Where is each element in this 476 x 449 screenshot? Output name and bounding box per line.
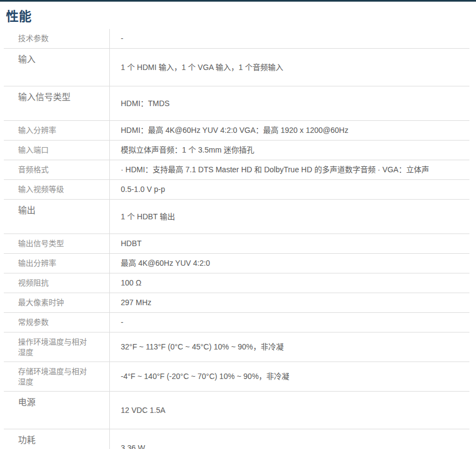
spec-row-value: 3.36 W — [110, 429, 469, 449]
spec-row-label: 最大像素时钟 — [4, 293, 110, 312]
spec-row-label: 输入分辨率 — [4, 121, 110, 140]
spec-row-label: 输入视频等级 — [4, 180, 110, 199]
spec-row-value: 模拟立体声音频：1 个 3.5mm 迷你插孔 — [110, 141, 469, 160]
spec-row: 最大像素时钟297 MHz — [4, 293, 469, 313]
spec-row-value: HDBT — [110, 234, 469, 253]
spec-row-value: - — [110, 313, 469, 332]
spec-row-label: 技术参数 — [4, 29, 110, 48]
spec-row: 操作环境温度与相对湿度32°F ~ 113°F (0°C ~ 45°C) 10%… — [4, 333, 469, 362]
spec-table: 技术参数-输入1 个 HDMI 输入，1 个 VGA 输入，1 个音频输入输入信… — [4, 29, 469, 449]
spec-row-label: 输入信号类型 — [4, 86, 110, 120]
spec-row-label: 输入端口 — [4, 141, 110, 160]
spec-row: 输出信号类型HDBT — [4, 234, 469, 254]
spec-row: 输入视频等级0.5-1.0 V p-p — [4, 180, 469, 200]
spec-row-value: 297 MHz — [110, 293, 469, 312]
spec-row: 常规参数- — [4, 313, 469, 333]
spec-row: 输入分辨率HDMI：最高 4K@60Hz YUV 4:2:0 VGA：最高 19… — [4, 121, 469, 141]
spec-row-value: 100 Ω — [110, 273, 469, 293]
spec-row: 功耗3.36 W — [4, 429, 469, 449]
spec-row: 输入端口模拟立体声音频：1 个 3.5mm 迷你插孔 — [4, 141, 469, 160]
spec-row-label: 存储环境温度与相对湿度 — [4, 362, 110, 391]
spec-row-value: - — [110, 29, 469, 48]
spec-row: 输出分辨率最高 4K@60Hz YUV 4:2:0 — [4, 254, 469, 273]
page-title: 性能 — [6, 9, 476, 24]
spec-row: 电源12 VDC 1.5A — [4, 392, 469, 429]
spec-row: 视频阻抗100 Ω — [4, 273, 469, 293]
spec-row-label: 功耗 — [4, 429, 110, 449]
spec-row-label: 电源 — [4, 392, 110, 429]
spec-row: 技术参数- — [4, 29, 469, 49]
spec-row-value: 32°F ~ 113°F (0°C ~ 45°C) 10% ~ 90%，非冷凝 — [110, 333, 469, 361]
spec-row-value: 1 个 HDBT 输出 — [110, 200, 469, 234]
spec-row-label: 音频格式 — [4, 160, 110, 179]
spec-row-label: 输出信号类型 — [4, 234, 110, 253]
spec-row-label: 视频阻抗 — [4, 273, 110, 293]
spec-row-label: 常规参数 — [4, 313, 110, 332]
spec-row-label: 操作环境温度与相对湿度 — [4, 333, 110, 361]
spec-row: 输入1 个 HDMI 输入，1 个 VGA 输入，1 个音频输入 — [4, 49, 469, 86]
top-accent-bar — [0, 0, 476, 2]
spec-row: 输入信号类型HDMI：TMDS — [4, 86, 469, 121]
spec-row-value: 0.5-1.0 V p-p — [110, 180, 469, 199]
spec-row-value: 12 VDC 1.5A — [110, 392, 469, 429]
spec-row-value: -4°F ~ 140°F (-20°C ~ 70°C) 10% ~ 90%，非冷… — [110, 362, 469, 391]
spec-row-label: 输入 — [4, 49, 110, 86]
spec-row: 音频格式· HDMI：支持最高 7.1 DTS Master HD 和 Dolb… — [4, 160, 469, 180]
spec-row-label: 输出分辨率 — [4, 254, 110, 273]
spec-row-value: HDMI：TMDS — [110, 86, 469, 120]
spec-row-value: HDMI：最高 4K@60Hz YUV 4:2:0 VGA：最高 1920 x … — [110, 121, 469, 140]
spec-row-value: · HDMI：支持最高 7.1 DTS Master HD 和 DolbyTru… — [110, 160, 469, 179]
spec-page: 性能 技术参数-输入1 个 HDMI 输入，1 个 VGA 输入，1 个音频输入… — [0, 0, 476, 449]
spec-row-value: 1 个 HDMI 输入，1 个 VGA 输入，1 个音频输入 — [110, 49, 469, 86]
spec-row-value: 最高 4K@60Hz YUV 4:2:0 — [110, 254, 469, 273]
spec-row-label: 输出 — [4, 200, 110, 234]
spec-row: 存储环境温度与相对湿度-4°F ~ 140°F (-20°C ~ 70°C) 1… — [4, 362, 469, 392]
spec-row: 输出1 个 HDBT 输出 — [4, 200, 469, 234]
